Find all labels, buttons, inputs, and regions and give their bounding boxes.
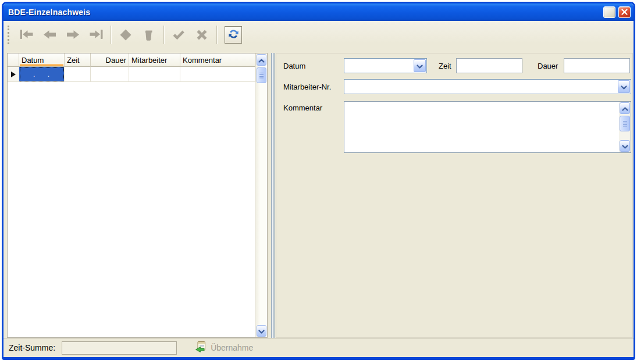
detail-form: Datum Zeit Dauer Mitarbeiter-Nr.: [276, 53, 633, 338]
datum-dropdown-button[interactable]: [414, 59, 426, 72]
grid-header-row: Datum Zeit Dauer Mitarbeiter Kommentar: [8, 53, 255, 67]
toolbar: [3, 21, 634, 49]
chevron-down-icon: [622, 141, 628, 151]
last-record-icon: [88, 27, 104, 42]
mitarbeiter-nr-combobox-value: [346, 81, 617, 92]
scroll-down-button[interactable]: [620, 140, 630, 152]
kommentar-scrollbar[interactable]: [619, 102, 631, 152]
next-record-button[interactable]: [61, 23, 84, 47]
cancel-edit-button[interactable]: [190, 23, 213, 47]
grid-header-mitarbeiter[interactable]: Mitarbeiter: [129, 53, 180, 67]
toolbar-separator: [216, 26, 217, 44]
mitarbeiter-nr-combobox[interactable]: [344, 79, 631, 94]
grid-cell-datum[interactable]: . .: [19, 67, 65, 82]
panel-splitter[interactable]: [271, 53, 276, 338]
scrollbar-thumb[interactable]: [620, 116, 630, 131]
uebernahme-button[interactable]: Übernahme: [195, 341, 253, 355]
grid-cell-zeit[interactable]: [65, 67, 91, 82]
grid-cell-dauer[interactable]: [91, 67, 129, 82]
grid-vertical-scrollbar[interactable]: [255, 53, 267, 337]
mitarbeiter-nr-dropdown-button[interactable]: [618, 80, 630, 93]
insert-record-button[interactable]: [114, 23, 137, 47]
next-record-icon: [65, 27, 81, 42]
blank-window-button[interactable]: [603, 6, 615, 18]
toolbar-separator: [111, 26, 111, 44]
grid-header-datum[interactable]: Datum: [19, 53, 65, 67]
row-indicator[interactable]: [8, 67, 19, 82]
refresh-button[interactable]: [225, 26, 242, 44]
grid-cell-mitarbeiter[interactable]: [129, 67, 180, 82]
first-record-button[interactable]: [15, 23, 38, 47]
mitarbeiter-nr-label: Mitarbeiter-Nr.: [283, 83, 331, 91]
uebernahme-icon: [195, 341, 207, 355]
delete-record-icon: [141, 27, 156, 42]
dauer-field[interactable]: [564, 58, 630, 73]
chevron-up-icon: [258, 55, 265, 65]
zeit-label: Zeit: [439, 62, 451, 70]
zeit-field[interactable]: [456, 58, 522, 73]
kommentar-label: Kommentar: [283, 104, 322, 112]
dauer-label: Dauer: [538, 62, 558, 70]
zeit-summe-field[interactable]: [62, 341, 177, 355]
scroll-up-button[interactable]: [257, 54, 266, 66]
last-record-button[interactable]: [84, 23, 108, 47]
prior-record-icon: [42, 27, 58, 42]
chevron-down-icon: [621, 81, 627, 92]
close-button[interactable]: [618, 6, 631, 18]
chevron-down-icon: [258, 326, 265, 336]
datum-combobox[interactable]: [344, 58, 427, 73]
uebernahme-label: Übernahme: [211, 343, 253, 352]
post-edit-icon: [171, 27, 186, 42]
grid-row: . .: [8, 67, 255, 82]
post-edit-button[interactable]: [167, 23, 190, 47]
close-icon: [621, 7, 628, 17]
grid-cell-kommentar[interactable]: [180, 67, 255, 82]
datum-label: Datum: [283, 62, 305, 70]
window-title: BDE-Einzelnachweis: [8, 8, 600, 17]
chevron-down-icon: [417, 60, 423, 71]
titlebar: BDE-Einzelnachweis: [3, 3, 634, 21]
footer-bar: Zeit-Summe: Übernahme: [3, 338, 634, 357]
insert-record-icon: [118, 27, 133, 42]
zeit-summe-label: Zeit-Summe:: [9, 343, 55, 352]
scrollbar-thumb[interactable]: [257, 67, 266, 83]
scroll-down-button[interactable]: [257, 325, 266, 337]
toolbar-separator: [163, 26, 164, 44]
toolbar-grip[interactable]: [8, 26, 9, 44]
grid-header-dauer[interactable]: Dauer: [91, 53, 129, 67]
thumb-grip-icon: [259, 70, 264, 81]
grid-header-indicator: [8, 53, 19, 67]
refresh-icon: [227, 28, 240, 42]
bde-einzelnachweis-window: BDE-Einzelnachweis: [2, 2, 635, 360]
current-row-arrow-icon: [11, 72, 16, 77]
scroll-up-button[interactable]: [620, 102, 630, 114]
kommentar-memo: [344, 101, 631, 153]
delete-record-button[interactable]: [137, 23, 161, 47]
records-grid: Datum Zeit Dauer Mitarbeiter Kommentar .…: [7, 53, 268, 338]
chevron-up-icon: [622, 103, 628, 113]
cancel-edit-icon: [194, 27, 209, 42]
kommentar-field[interactable]: [344, 102, 619, 152]
thumb-grip-icon: [622, 119, 628, 129]
grid-header-kommentar[interactable]: Kommentar: [180, 53, 255, 67]
datum-combobox-value: [346, 60, 412, 72]
grid-header-zeit[interactable]: Zeit: [65, 53, 91, 67]
prior-record-button[interactable]: [38, 23, 61, 47]
first-record-icon: [19, 27, 34, 42]
